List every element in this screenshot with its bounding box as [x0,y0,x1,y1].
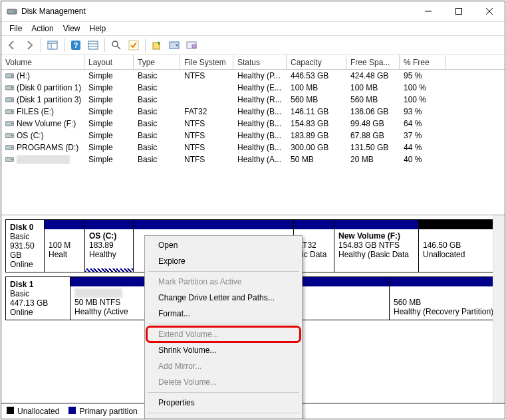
col-status[interactable]: Status [233,55,287,70]
col-layout[interactable]: Layout [84,55,134,70]
cell-layout: Simple [84,107,134,116]
table-row[interactable]: (H:)SimpleBasicNTFSHealthy (P...446.53 G… [1,70,505,82]
settings-button[interactable] [85,37,101,53]
partition[interactable]: XXXXXXXXX50 MB NTFSHealthy (Active [70,277,148,320]
volume-name: New Volume (F:) [17,119,76,128]
table-row[interactable]: (Disk 0 partition 1)SimpleBasicHealthy (… [1,82,505,94]
partition-line: 50 MB NTFS [74,298,120,307]
table-row[interactable]: FILES (E:)SimpleBasicFAT32Healthy (B...1… [1,106,505,118]
menu-help[interactable]: Help [86,23,110,35]
ctx-change-drive[interactable]: Change Drive Letter and Paths... [146,290,301,306]
menubar: File Action View Help [1,22,505,35]
disk-management-window: Disk Management File Action View Help ? … [1,1,505,419]
col-volume[interactable]: Volume [1,55,84,70]
cell-type: Basic [134,71,180,80]
disk-info[interactable]: Disk 0Basic931.50 GBOnline [6,220,44,272]
ctx-properties[interactable]: Properties [146,395,301,411]
partition[interactable]: 146.50 GBUnallocated [419,220,499,272]
menu-action[interactable]: Action [27,23,57,35]
svg-rect-3 [456,9,462,15]
partition-line: Healthy (Basic Data [338,250,409,259]
svg-rect-22 [5,74,14,78]
col-fs[interactable]: File System [180,55,233,70]
disk-size: 447.13 GB [10,298,48,308]
partition-line: 100 M [49,241,70,250]
table-header: Volume Layout Type File System Status Ca… [1,55,505,70]
partition-cap [134,220,293,229]
ctx-add-mirror: Add Mirror... [146,358,301,374]
volume-icon [5,96,14,103]
toolbar: ? [1,35,505,55]
cell-fs: FAT32 [180,107,233,116]
col-free[interactable]: Free Spa... [346,55,400,70]
context-menu: Open Explore Mark Partition as Active Ch… [144,235,303,419]
cell-pct: 40 % [400,155,446,164]
refresh-button[interactable] [108,37,124,53]
cell-layout: Simple [84,143,134,152]
ctx-separator [148,271,299,272]
cell-capacity: 300.00 GB [287,143,346,152]
action2-button[interactable] [166,37,182,53]
action1-button[interactable] [149,37,165,53]
disk-info[interactable]: Disk 1Basic447.13 GBOnline [6,277,70,320]
cell-type: Basic [134,155,180,164]
cell-pct: 44 % [400,143,446,152]
cell-type: Basic [134,143,180,152]
back-button[interactable] [4,37,20,53]
partition[interactable]: 560 MBHealthy (Recovery Partition) [390,277,499,320]
menu-view[interactable]: View [59,23,84,35]
partition-cap [70,277,148,286]
cell-status: Healthy (E... [233,83,287,92]
apply-button[interactable] [126,37,142,53]
toolbar-separator [104,39,105,52]
cell-capacity: 183.89 GB [287,131,346,140]
minimize-button[interactable] [413,1,443,21]
ctx-separator [148,324,299,324]
forward-button[interactable] [21,37,37,53]
cell-free: 20 MB [346,155,400,164]
close-button[interactable] [474,1,505,21]
table-row[interactable]: (Disk 1 partition 3)SimpleBasicHealthy (… [1,94,505,106]
partition[interactable]: OS (C:)183.89Healthy [85,220,134,272]
svg-rect-36 [5,158,14,161]
disk-name: Disk 1 [10,280,33,289]
partition-cap [45,220,84,229]
cell-free: 67.88 GB [346,131,400,140]
table-row[interactable]: OS (C:)SimpleBasicNTFSHealthy (B...183.8… [1,130,505,142]
cell-fs: NTFS [180,155,233,164]
volume-icon [5,72,14,79]
ctx-help[interactable]: Help [146,415,301,419]
ctx-delete-volume: Delete Volume... [146,374,301,390]
scrollbar[interactable] [493,215,505,403]
menu-file[interactable]: File [5,23,26,35]
table-row[interactable]: PROGRAMS (D:)SimpleBasicNTFSHealthy (B..… [1,142,505,154]
table-row[interactable]: New Volume (F:)SimpleBasicNTFSHealthy (B… [1,118,505,130]
volume-name: XXXXXXXXXX [17,155,70,164]
col-pct[interactable]: % Free [400,55,446,70]
ctx-format[interactable]: Format... [146,306,301,322]
action3-button[interactable] [184,37,199,53]
table-row[interactable]: XXXXXXXXXXSimpleBasicNTFSHealthy (A...50… [1,154,505,165]
partition[interactable]: New Volume (F:)154.83 GB NTFSHealthy (Ba… [334,220,419,272]
ctx-explore[interactable]: Explore [146,253,301,269]
svg-point-23 [11,75,13,76]
partition[interactable]: 100 MHealt [45,220,85,272]
maximize-button[interactable] [443,1,474,21]
ctx-shrink-volume[interactable]: Shrink Volume... [146,342,301,358]
col-capacity[interactable]: Capacity [287,55,346,70]
svg-rect-24 [5,86,14,90]
col-type[interactable]: Type [134,55,180,70]
disk-name: Disk 0 [10,223,33,232]
partition-cap [419,220,499,229]
help-button[interactable]: ? [68,37,84,53]
show-hide-tree-button[interactable] [45,37,61,53]
svg-rect-28 [5,110,14,114]
svg-point-19 [176,45,178,47]
cell-layout: Simple [84,131,134,140]
svg-rect-21 [192,45,196,48]
cell-status: Healthy (A... [233,155,287,164]
disk-type: Basic [10,289,29,298]
cell-layout: Simple [84,119,134,128]
ctx-open[interactable]: Open [146,237,301,253]
cell-status: Healthy (B... [233,107,287,116]
